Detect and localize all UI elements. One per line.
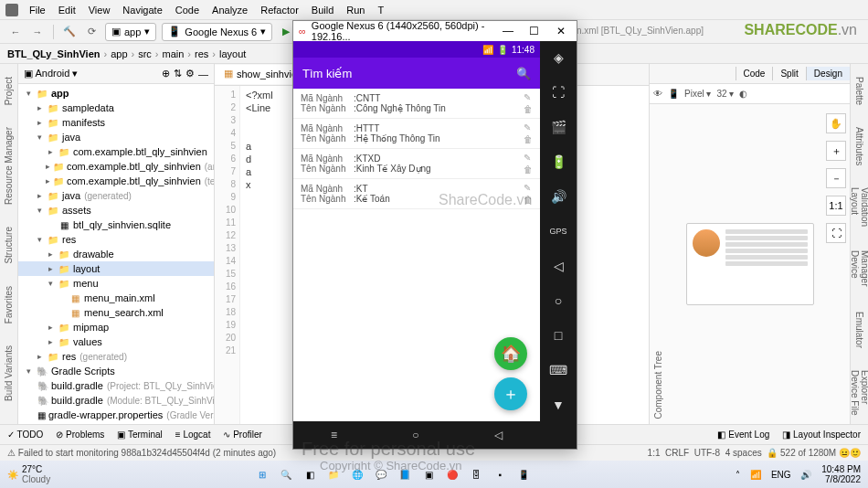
component-tree-label[interactable]: Component Tree bbox=[653, 351, 663, 419]
panel-filter-icon[interactable]: ⇅ bbox=[174, 68, 182, 80]
tray-lang[interactable]: ENG bbox=[771, 470, 791, 480]
nav-back-icon[interactable]: ◁ bbox=[494, 429, 503, 441]
cmd-icon[interactable]: ▪ bbox=[490, 464, 510, 484]
max-button[interactable]: ☐ bbox=[524, 25, 545, 37]
tree-item[interactable]: ▾📁menu bbox=[18, 276, 214, 291]
weather-widget[interactable]: ☀️ 27°CCloudy bbox=[7, 464, 50, 484]
tree-item[interactable]: ▦proguard-rules.pro(ProGuard Rules for B… bbox=[18, 422, 214, 424]
build-variants-tab[interactable]: Build Variants bbox=[4, 340, 14, 407]
emu-keyboard-icon[interactable]: ⌨ bbox=[547, 359, 569, 381]
pan-icon[interactable]: ✋ bbox=[826, 113, 846, 133]
emu-icon[interactable]: 📱 bbox=[513, 464, 534, 484]
emu-back-icon[interactable]: ◁ bbox=[547, 255, 569, 277]
emulator-titlebar[interactable]: ∞ Google Nexus 6 (1440x2560, 560dpi) - 1… bbox=[293, 21, 577, 41]
mode-code[interactable]: Code bbox=[736, 67, 773, 80]
line-sep[interactable]: CRLF bbox=[665, 448, 689, 458]
api-combo[interactable]: 32 ▾ bbox=[716, 89, 734, 99]
design-canvas[interactable]: ✋ ＋ － 1:1 ⛶ Component Tree bbox=[650, 104, 850, 424]
orientation-icon[interactable]: 📱 bbox=[668, 89, 679, 99]
fab-home[interactable]: 🏠 bbox=[494, 337, 527, 370]
emu-down-icon[interactable]: ▼ bbox=[547, 394, 569, 416]
indent[interactable]: 4 spaces bbox=[725, 448, 762, 458]
taskview-icon[interactable]: ◧ bbox=[300, 464, 320, 484]
tray-up-icon[interactable]: ˄ bbox=[736, 470, 740, 480]
menu-view[interactable]: View bbox=[83, 3, 116, 17]
project-tree[interactable]: ▾📁app▸📁sampledata▸📁manifests▾📁java▸📁com.… bbox=[18, 84, 214, 424]
phone-content[interactable]: Mã Ngành:CNTTTên Ngành:Công Nghệ Thông T… bbox=[293, 89, 540, 421]
tree-item[interactable]: ▸📁layout bbox=[18, 261, 214, 276]
module-combo[interactable]: ▣ app ▾ bbox=[105, 23, 156, 41]
list-item[interactable]: Mã Ngành:KTXDTên Ngành:Kinh Tế Xây Dựng✎… bbox=[293, 149, 540, 179]
build-icon[interactable]: 🔨 bbox=[61, 24, 78, 40]
tree-item[interactable]: ▸📁mipmap bbox=[18, 320, 214, 334]
menu-code[interactable]: Code bbox=[170, 3, 205, 17]
profiler-tab[interactable]: ∿ Profiler bbox=[223, 430, 261, 440]
tree-item[interactable]: ▸📁com.example.btl_qly_sinhvien bbox=[18, 144, 214, 159]
emu-battery-icon[interactable]: 🔋 bbox=[547, 151, 569, 173]
list-item[interactable]: Mã Ngành:CNTTTên Ngành:Công Nghệ Thông T… bbox=[293, 89, 540, 119]
zoom-out-icon[interactable]: － bbox=[826, 168, 846, 188]
close-button[interactable]: ✕ bbox=[550, 25, 571, 37]
tree-item[interactable]: ▸📁sampledata bbox=[18, 101, 214, 115]
emu-overview-icon[interactable]: □ bbox=[547, 324, 569, 346]
nav-menu-icon[interactable]: ≡ bbox=[331, 429, 337, 441]
resource-mgr-tab[interactable]: Resource Manager bbox=[4, 122, 14, 210]
terminal-tab[interactable]: ▣ Terminal bbox=[117, 430, 162, 440]
emu-fullscreen-icon[interactable]: ⛶ bbox=[547, 81, 569, 103]
min-button[interactable]: — bbox=[498, 25, 519, 37]
tray-clock[interactable]: 10:48 PM7/8/2022 bbox=[821, 464, 861, 484]
layout-inspector-tab[interactable]: ◨ Layout Inspector bbox=[782, 430, 861, 440]
tree-item[interactable]: ▸📁drawable bbox=[18, 247, 214, 261]
menu-build[interactable]: Build bbox=[306, 3, 339, 17]
palette-tab[interactable]: Palette bbox=[854, 71, 864, 111]
fab-add[interactable]: ＋ bbox=[494, 377, 527, 410]
project-tab[interactable]: Project bbox=[4, 71, 14, 111]
emu-gps-icon[interactable]: GPS bbox=[547, 220, 569, 242]
list-item[interactable]: Mã Ngành:KTTên Ngành:Kế Toán✎🗑 bbox=[293, 179, 540, 209]
nav-home-icon[interactable]: ○ bbox=[412, 429, 418, 441]
tree-item[interactable]: ▸📁res(generated) bbox=[18, 349, 214, 364]
mode-design[interactable]: Design bbox=[806, 67, 850, 80]
mode-split[interactable]: Split bbox=[772, 67, 805, 80]
tree-item[interactable]: ▸📁com.example.btl_qly_sinhvien(androidTe… bbox=[18, 159, 214, 174]
menu-run[interactable]: Run bbox=[341, 3, 370, 17]
tray-vol-icon[interactable]: 🔊 bbox=[800, 470, 811, 480]
nav-back-icon[interactable]: ← bbox=[7, 24, 24, 40]
crumb-main[interactable]: main bbox=[163, 48, 185, 59]
menu-analyze[interactable]: Analyze bbox=[206, 3, 253, 17]
sqlite-icon[interactable]: 🗄 bbox=[466, 464, 486, 484]
panel-sort-icon[interactable]: ⊕ bbox=[162, 68, 170, 80]
tree-item[interactable]: 🐘build.gradle(Module: BTL_QLy_SinhVien.a… bbox=[18, 393, 214, 408]
as-icon[interactable]: ▣ bbox=[418, 464, 439, 484]
sync-icon[interactable]: ⟳ bbox=[83, 24, 100, 40]
emulator-tab[interactable]: Emulator bbox=[854, 306, 864, 354]
android-dropdown[interactable]: ▣ Android ▾ bbox=[24, 68, 78, 80]
expand-icon[interactable]: ⛶ bbox=[826, 223, 846, 243]
tree-item[interactable]: ▾🐘Gradle Scripts bbox=[18, 364, 214, 378]
problems-tab[interactable]: ⊘ Problems bbox=[56, 430, 104, 440]
encoding[interactable]: UTF-8 bbox=[694, 448, 720, 458]
todo-tab[interactable]: ✓ TODO bbox=[7, 430, 43, 440]
menu-file[interactable]: File bbox=[24, 3, 51, 17]
tree-item[interactable]: ▸📁com.example.btl_qly_sinhvien(test) bbox=[18, 174, 214, 188]
eye-icon[interactable]: 👁 bbox=[653, 89, 662, 99]
favorites-tab[interactable]: Favorites bbox=[4, 281, 14, 329]
tree-item[interactable]: ▦menu_search.xml bbox=[18, 305, 214, 320]
menu-tools[interactable]: T bbox=[372, 3, 389, 17]
event-log-tab[interactable]: ◧ Event Log bbox=[717, 430, 769, 440]
attributes-tab[interactable]: Attributes bbox=[854, 122, 864, 171]
device-mgr-tab[interactable]: Device Manager bbox=[850, 245, 869, 295]
crumb-root[interactable]: BTL_QLy_SinhVien bbox=[7, 48, 100, 59]
crumb-res[interactable]: res bbox=[195, 48, 208, 59]
crumb-app[interactable]: app bbox=[111, 48, 127, 59]
menu-refactor[interactable]: Refactor bbox=[255, 3, 304, 17]
emulator-screen[interactable]: 📶 🔋 11:48 Tìm kiếm 🔍 Mã Ngành:CNTTTên Ng… bbox=[293, 41, 540, 449]
word-icon[interactable]: 📘 bbox=[395, 464, 415, 484]
logcat-tab[interactable]: ≡ Logcat bbox=[175, 430, 211, 440]
nav-fwd-icon[interactable]: → bbox=[29, 24, 46, 40]
crumb-src[interactable]: src bbox=[138, 48, 152, 59]
emu-speaker-icon[interactable]: 🔊 bbox=[547, 186, 569, 207]
menu-edit[interactable]: Edit bbox=[53, 3, 81, 17]
emu-home-icon[interactable]: ○ bbox=[547, 290, 569, 312]
chrome-icon[interactable]: 🔴 bbox=[442, 464, 462, 484]
